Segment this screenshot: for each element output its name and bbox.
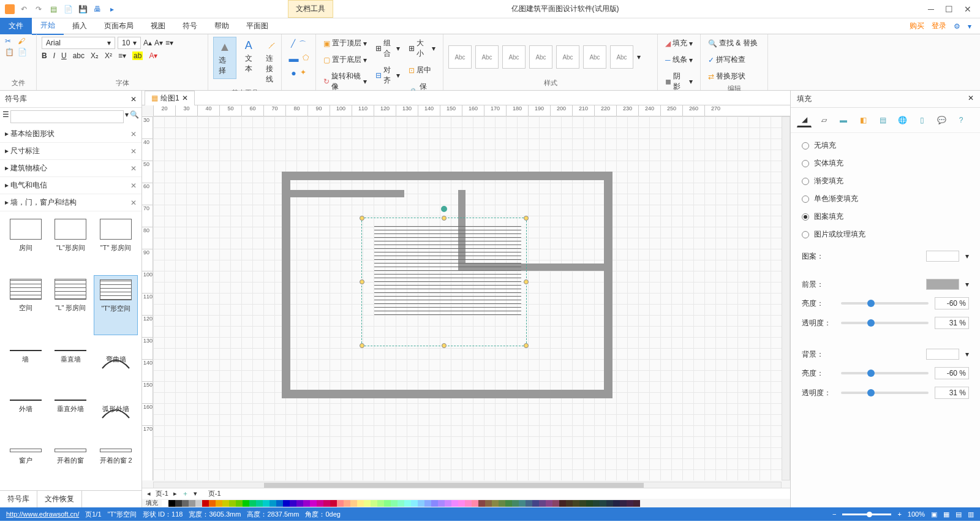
color-swatch[interactable] <box>398 500 404 507</box>
highlight-icon[interactable]: ab <box>132 51 143 60</box>
shape-item[interactable]: 外墙 <box>4 386 48 435</box>
brightness-slider[interactable] <box>841 302 929 305</box>
sidebar-menu-icon[interactable]: ☰ <box>2 110 9 123</box>
shape-item[interactable]: 弧形外墙 <box>94 386 138 435</box>
color-swatch[interactable] <box>613 500 620 507</box>
shape-item[interactable]: "L"形房间 <box>49 215 93 274</box>
polygon-shape-icon[interactable]: ⬠ <box>303 53 309 64</box>
transparency-slider[interactable] <box>841 322 929 324</box>
fill-radio-0[interactable]: 无填充 <box>802 140 969 151</box>
color-swatch[interactable] <box>182 500 189 507</box>
size-btn[interactable]: ⊞大小▾ <box>406 37 438 60</box>
styles-more-icon[interactable]: ▾ <box>637 53 641 61</box>
selection-box[interactable] <box>361 218 527 346</box>
page-tab-icon[interactable]: ▯ <box>914 113 929 127</box>
spell-btn[interactable]: ✓拼写检查 <box>706 53 760 66</box>
color-swatch[interactable] <box>499 500 505 507</box>
bg-brightness-value[interactable]: -60 % <box>935 367 969 379</box>
style-preset-5[interactable]: Abc <box>583 45 606 69</box>
color-swatch[interactable] <box>633 500 640 507</box>
fill-radio-2[interactable]: 渐变填充 <box>802 176 969 186</box>
bg-brightness-slider[interactable] <box>841 372 929 374</box>
color-swatch[interactable] <box>189 500 195 507</box>
color-swatch[interactable] <box>606 500 613 507</box>
view-mode-1-icon[interactable]: ▣ <box>931 510 937 518</box>
color-swatch[interactable] <box>391 500 398 507</box>
bold-icon[interactable]: B <box>42 51 47 60</box>
text-tab-icon[interactable]: ▤ <box>875 113 890 127</box>
color-swatch[interactable] <box>418 500 424 507</box>
category-item[interactable]: ▸ 建筑物核心✕ <box>0 160 141 177</box>
select-tool[interactable]: ▲选择 <box>213 37 236 79</box>
view-mode-3-icon[interactable]: ▤ <box>956 510 962 518</box>
color-swatch[interactable] <box>202 500 209 507</box>
line-tab-icon[interactable]: ▱ <box>816 113 831 127</box>
color-swatch[interactable] <box>627 500 633 507</box>
color-swatch[interactable] <box>478 500 485 507</box>
find-btn[interactable]: 🔍查找 & 替换 <box>706 37 760 50</box>
replace-shape-btn[interactable]: ⇄替换形状 <box>706 70 760 83</box>
category-item[interactable]: ▸ 尺寸标注✕ <box>0 143 141 160</box>
color-swatch[interactable] <box>465 500 472 507</box>
color-swatch[interactable] <box>209 500 216 507</box>
font-name-combo[interactable]: Arial▾ <box>42 37 115 49</box>
bg-transparency-slider[interactable] <box>841 392 929 394</box>
center-btn[interactable]: ⊡居中 <box>406 64 438 77</box>
subscript-icon[interactable]: X₂ <box>91 51 99 60</box>
shape-item[interactable]: "T" 形房间 <box>94 215 138 274</box>
page-menu-icon[interactable]: ▾ <box>194 490 197 498</box>
panel-close-icon[interactable]: ✕ <box>968 94 974 104</box>
zoom-out-icon[interactable]: − <box>832 510 836 518</box>
close-icon[interactable]: ✕ <box>964 4 971 14</box>
color-swatch[interactable] <box>303 500 310 507</box>
shape-item[interactable]: 弯曲墙 <box>94 336 138 385</box>
shape-item[interactable]: 开着的窗 2 <box>94 436 138 487</box>
style-preset-3[interactable]: Abc <box>529 45 552 69</box>
color-swatch[interactable] <box>505 500 512 507</box>
color-swatch[interactable] <box>256 500 263 507</box>
color-swatch[interactable] <box>371 500 377 507</box>
menu-页面布局[interactable]: 页面布局 <box>96 18 142 34</box>
color-swatch[interactable] <box>579 500 586 507</box>
fill-radio-4[interactable]: 图案填充 <box>802 211 969 222</box>
shape-item[interactable]: 窗户 <box>4 436 48 487</box>
shape-item[interactable]: 开着的窗 <box>49 436 93 487</box>
color-swatch[interactable] <box>600 500 606 507</box>
style-preset-2[interactable]: Abc <box>502 45 526 69</box>
fill-btn[interactable]: ◢填充▾ <box>663 37 695 50</box>
web-tab-icon[interactable]: 🌐 <box>895 113 910 127</box>
color-swatch[interactable] <box>175 500 182 507</box>
shape-item[interactable]: 墙 <box>4 336 48 385</box>
decrease-font-icon[interactable]: A▾ <box>154 39 163 47</box>
color-swatch[interactable] <box>485 500 492 507</box>
comment-tab-icon[interactable]: 💬 <box>934 113 949 127</box>
shape-item[interactable]: 空间 <box>4 275 48 335</box>
page-nav-prev-icon[interactable]: ◂ <box>147 490 151 498</box>
rotate-btn[interactable]: ↻旋转和镜像▾ <box>321 70 369 93</box>
bullets-icon[interactable]: ≡▾ <box>118 51 126 60</box>
color-swatch[interactable] <box>229 500 236 507</box>
maximize-icon[interactable]: ☐ <box>945 4 953 14</box>
color-swatch[interactable] <box>620 500 627 507</box>
connector-tool[interactable]: ⟋连接线 <box>261 37 282 87</box>
color-swatch[interactable] <box>438 500 445 507</box>
category-item[interactable]: ▸ 电气和电信✕ <box>0 177 141 194</box>
sidebar-tab-library[interactable]: 符号库 <box>0 491 37 507</box>
open-icon[interactable]: 📄 <box>62 4 74 15</box>
search-dropdown-icon[interactable]: ▾ <box>125 110 129 123</box>
color-swatch[interactable] <box>317 500 323 507</box>
category-item[interactable]: ▸ 基本绘图形状✕ <box>0 126 141 143</box>
color-swatch[interactable] <box>249 500 256 507</box>
color-swatch[interactable] <box>532 500 539 507</box>
color-swatch[interactable] <box>195 500 202 507</box>
strike-icon[interactable]: abc <box>73 51 85 60</box>
fill-radio-5[interactable]: 图片或纹理填充 <box>802 229 969 240</box>
menu-帮助[interactable]: 帮助 <box>206 18 238 34</box>
shape-item[interactable]: 垂直墙 <box>49 336 93 385</box>
increase-font-icon[interactable]: A▴ <box>143 39 152 47</box>
menu-平面图[interactable]: 平面图 <box>238 18 277 34</box>
color-swatch[interactable] <box>350 500 357 507</box>
sidebar-close-icon[interactable]: ✕ <box>130 95 137 104</box>
scrollbar-vertical[interactable] <box>782 116 790 480</box>
align-icon[interactable]: ≡▾ <box>165 39 173 47</box>
